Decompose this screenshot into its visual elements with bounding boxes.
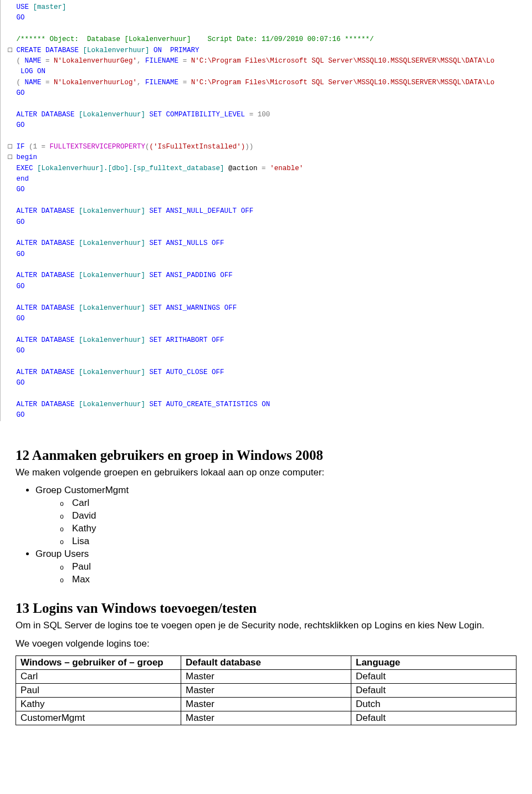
- list-item: Kathy: [60, 523, 516, 534]
- table-row: Paul Master Default: [16, 684, 516, 698]
- cell: Default: [351, 711, 516, 725]
- section13-intro: Om in SQL Server de logins toe te voegen…: [16, 619, 516, 632]
- list-item: Paul: [60, 561, 516, 572]
- group2-users: Paul Max: [60, 561, 516, 585]
- cell: CustomerMgmt: [16, 711, 181, 725]
- cell: Kathy: [16, 698, 181, 711]
- cell: Master: [181, 698, 351, 711]
- groups-list: Groep CustomerMgmt Carl David Kathy Lisa…: [35, 485, 516, 585]
- sql-code-block: USE [master] GO /****** Object: Database…: [0, 0, 532, 421]
- cell: Master: [181, 670, 351, 684]
- section12-intro: We maken volgende groepen en gebruikers …: [16, 467, 516, 479]
- cell: Master: [181, 711, 351, 725]
- logins-table: Windows – gebruiker of – groep Default d…: [16, 655, 516, 725]
- col-default-db: Default database: [181, 656, 351, 670]
- list-item: Max: [60, 574, 516, 585]
- cell: Default: [351, 684, 516, 698]
- table-row: Kathy Master Dutch: [16, 698, 516, 711]
- list-item: Carl: [60, 498, 516, 509]
- cell: Paul: [16, 684, 181, 698]
- cell: Default: [351, 670, 516, 684]
- col-user-group: Windows – gebruiker of – groep: [16, 656, 181, 670]
- group1-label: Groep CustomerMgmt: [35, 485, 129, 495]
- table-row: CustomerMgmt Master Default: [16, 711, 516, 725]
- group-users: Group Users Paul Max: [35, 549, 516, 585]
- group-customermgmt: Groep CustomerMgmt Carl David Kathy Lisa: [35, 485, 516, 547]
- cell: Dutch: [351, 698, 516, 711]
- col-language: Language: [351, 656, 516, 670]
- group2-label: Group Users: [35, 549, 89, 559]
- table-header-row: Windows – gebruiker of – groep Default d…: [16, 656, 516, 670]
- table-row: Carl Master Default: [16, 670, 516, 684]
- list-item: Lisa: [60, 536, 516, 547]
- heading-12: 12 Aanmaken gebruikers en groep in Windo…: [16, 448, 516, 463]
- group1-users: Carl David Kathy Lisa: [60, 498, 516, 547]
- cell: Carl: [16, 670, 181, 684]
- section13-intro2: We voegen volgende logins toe:: [16, 638, 516, 650]
- list-item: David: [60, 510, 516, 521]
- cell: Master: [181, 684, 351, 698]
- document-body: 12 Aanmaken gebruikers en groep in Windo…: [0, 427, 532, 737]
- heading-13: 13 Logins van Windows toevoegen/testen: [16, 601, 516, 616]
